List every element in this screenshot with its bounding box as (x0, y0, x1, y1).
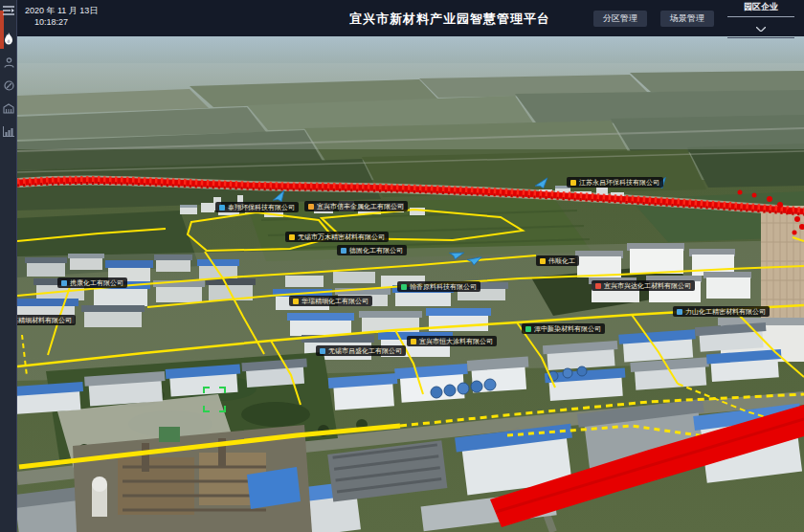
company-label[interactable]: 潭中颜染材料有限公司 (522, 323, 605, 334)
company-marker-icon (320, 348, 325, 354)
company-label[interactable]: 宜兴市兴达化工材料有限公司 (592, 280, 695, 291)
company-label-text: 无锡市昌盛化工有限公司 (328, 347, 402, 354)
company-marker-icon (525, 326, 531, 332)
company-label[interactable]: 伟顺化工 (536, 255, 579, 266)
zone-management-button[interactable]: 分区管理 (593, 11, 647, 27)
company-label-text: 泰翔环保科技有限公司 (228, 204, 295, 211)
company-marker-icon (570, 180, 576, 186)
company-marker-icon (308, 204, 314, 210)
company-label-text: 德固化工有限公司 (349, 247, 403, 254)
company-label-text: 华瑞精细化工有限公司 (302, 298, 368, 304)
factory-icon[interactable] (0, 99, 17, 118)
company-marker-icon (61, 280, 67, 286)
company-label[interactable]: 力山化工精密材料有限公司 (673, 306, 770, 317)
company-label-text: 力山化工精密材料有限公司 (685, 308, 766, 315)
company-label[interactable]: 无锡市万木精密材料有限公司 (285, 232, 389, 242)
company-label-text: 无锡市万木精密材料有限公司 (298, 233, 385, 240)
date-label: 2020 年 11 月 13日 (25, 5, 98, 16)
company-label-text: 宜兴市恒大涂料有限公司 (419, 338, 493, 344)
chevron-down-icon (727, 17, 794, 37)
company-label[interactable]: 德固化工有限公司 (337, 245, 407, 255)
company-marker-icon (540, 258, 546, 264)
company-label-text: 翰香原料科技有限公司 (410, 283, 477, 290)
company-label-text: 宜兴精细材料有限公司 (17, 317, 72, 323)
gauge-icon[interactable] (0, 76, 17, 95)
company-label-text: 江苏永昌环保科技有限公司 (579, 179, 659, 186)
company-label[interactable]: 宜兴精细材料有限公司 (17, 315, 76, 325)
company-label[interactable]: 无锡市昌盛化工有限公司 (316, 345, 406, 356)
company-label[interactable]: 泰翔环保科技有限公司 (215, 202, 299, 212)
map-3d-view[interactable]: 泰翔环保科技有限公司宜兴市信丰金属化工有限公司无锡市万木精密材料有限公司德固化工… (17, 36, 804, 532)
company-marker-icon (411, 339, 416, 344)
app-root: 2020 年 11 月 13日 10:18:27 宜兴市新材料产业园智慧管理平台… (0, 0, 804, 532)
company-marker-icon (293, 299, 299, 304)
company-label-text: 潭中颜染材料有限公司 (534, 325, 601, 332)
user-icon[interactable] (0, 53, 17, 72)
company-marker-icon (677, 309, 682, 315)
company-label[interactable]: 翰香原料科技有限公司 (397, 281, 480, 292)
page-title: 宜兴市新材料产业园智慧管理平台 (349, 11, 550, 28)
company-marker-icon (219, 205, 225, 211)
park-enterprise-dropdown[interactable]: 园区企业 (727, 0, 794, 38)
dropdown-label: 园区企业 (727, 0, 794, 16)
divider (727, 37, 794, 38)
scene-management-button[interactable]: 场景管理 (660, 11, 714, 27)
header-actions: 分区管理 场景管理 园区企业 (593, 0, 794, 36)
company-label-text: 宜兴市信丰金属化工有限公司 (317, 203, 404, 210)
company-marker-icon (289, 234, 295, 240)
bar-chart-icon[interactable] (0, 122, 17, 141)
time-label: 10:18:27 (34, 16, 98, 28)
header-bar: 2020 年 11 月 13日 10:18:27 宜兴市新材料产业园智慧管理平台… (17, 0, 804, 36)
company-marker-icon (341, 248, 346, 254)
plane-icon[interactable] (533, 175, 551, 195)
company-label-text: 携康化工有限公司 (70, 279, 123, 286)
company-marker-icon (401, 284, 407, 290)
company-label-text: 伟顺化工 (548, 257, 575, 264)
company-label-text: 宜兴市兴达化工材料有限公司 (604, 282, 691, 289)
company-label[interactable]: 携康化工有限公司 (57, 277, 127, 288)
company-label[interactable]: 宜兴市信丰金属化工有限公司 (304, 201, 408, 211)
datetime: 2020 年 11 月 13日 10:18:27 (25, 5, 98, 28)
company-label[interactable]: 华瑞精细化工有限公司 (289, 296, 372, 306)
menu-icon[interactable] (0, 1, 17, 20)
sidebar (0, 0, 17, 532)
company-marker-icon (595, 283, 601, 289)
flame-icon[interactable] (0, 29, 17, 48)
company-label[interactable]: 宜兴市恒大涂料有限公司 (407, 336, 497, 346)
company-label[interactable]: 江苏永昌环保科技有限公司 (567, 177, 663, 188)
